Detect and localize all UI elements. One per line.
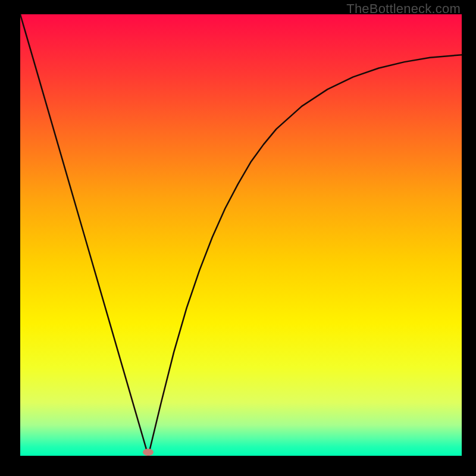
- curve-svg: [20, 14, 462, 456]
- watermark-text: TheBottleneck.com: [346, 1, 461, 17]
- plot-area: [20, 14, 462, 456]
- bottleneck-curve: [20, 14, 462, 456]
- chart-frame: TheBottleneck.com: [0, 0, 476, 476]
